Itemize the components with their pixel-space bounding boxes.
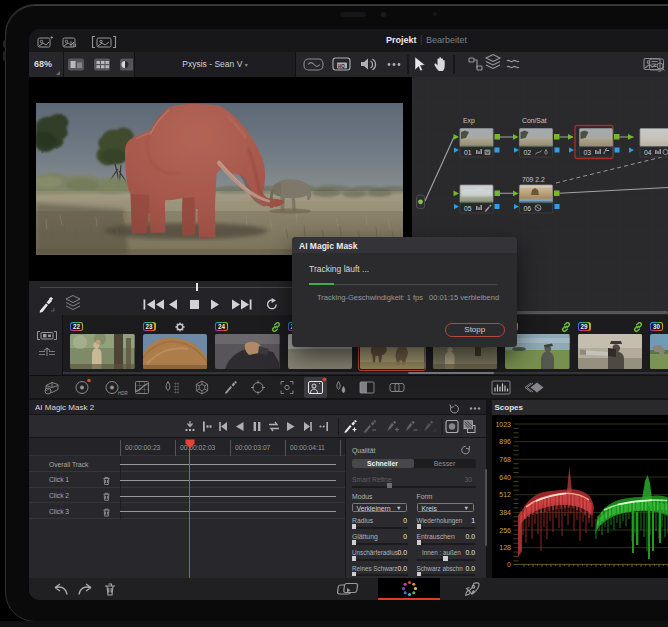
svg-text:01: 01 <box>464 149 472 156</box>
svg-text:02: 02 <box>524 149 532 156</box>
svg-text:768: 768 <box>499 456 511 463</box>
svg-text:512: 512 <box>499 491 511 498</box>
svg-text:HQ: HQ <box>338 64 345 69</box>
svg-text:HDR: HDR <box>118 391 128 396</box>
svg-text:709 2.2: 709 2.2 <box>522 176 545 183</box>
svg-text:Exp: Exp <box>463 117 475 125</box>
svg-text:384: 384 <box>499 509 511 516</box>
svg-text:Con/Sat: Con/Sat <box>522 117 547 124</box>
svg-text:04: 04 <box>644 149 652 156</box>
svg-text:640: 640 <box>499 474 511 481</box>
svg-text:256: 256 <box>499 527 511 534</box>
svg-text:896: 896 <box>499 438 511 445</box>
svg-text:03: 03 <box>584 149 592 156</box>
svg-text:06: 06 <box>524 205 532 212</box>
svg-text:1023: 1023 <box>495 421 511 428</box>
svg-text:0: 0 <box>507 561 511 568</box>
svg-text:05: 05 <box>464 205 472 212</box>
svg-text:128: 128 <box>499 544 511 551</box>
